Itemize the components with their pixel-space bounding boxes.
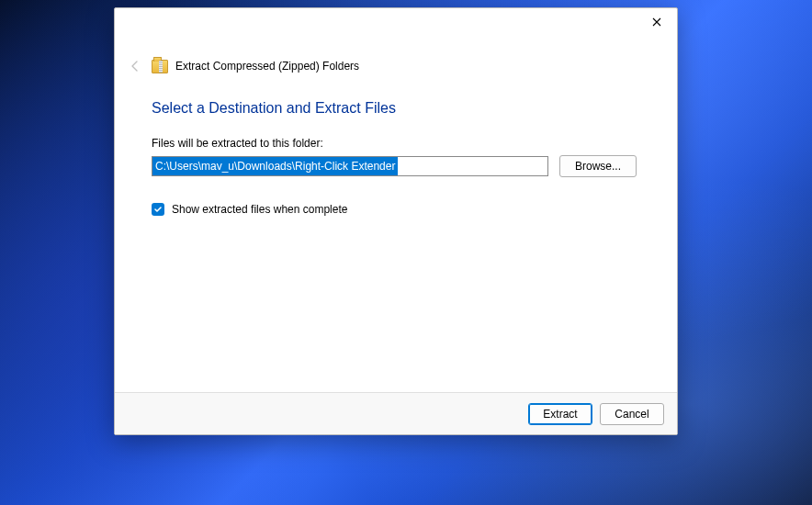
- browse-button[interactable]: Browse...: [559, 155, 637, 177]
- destination-label: Files will be extracted to this folder:: [152, 137, 640, 150]
- destination-row: C:\Users\mav_u\Downloads\Right-Click Ext…: [152, 155, 640, 177]
- extract-dialog: Extract Compressed (Zipped) Folders Sele…: [114, 7, 678, 435]
- checkmark-icon: [153, 205, 163, 214]
- dialog-titlebar: [115, 8, 677, 49]
- zip-folder-icon: [152, 60, 168, 73]
- extract-button[interactable]: Extract: [528, 403, 592, 425]
- show-files-checkbox-label[interactable]: Show extracted files when complete: [172, 203, 347, 216]
- close-icon: [652, 17, 661, 27]
- destination-input-wrap: C:\Users\mav_u\Downloads\Right-Click Ext…: [152, 156, 548, 176]
- dialog-body: Select a Destination and Extract Files F…: [115, 84, 677, 392]
- dialog-heading: Select a Destination and Extract Files: [152, 100, 640, 117]
- back-button: [126, 57, 144, 75]
- dialog-title: Extract Compressed (Zipped) Folders: [175, 60, 359, 73]
- show-files-checkbox-row: Show extracted files when complete: [152, 203, 640, 216]
- destination-input[interactable]: [152, 156, 548, 176]
- cancel-button[interactable]: Cancel: [600, 403, 664, 425]
- dialog-header: Extract Compressed (Zipped) Folders: [115, 49, 677, 84]
- dialog-footer: Extract Cancel: [115, 392, 677, 434]
- show-files-checkbox[interactable]: [152, 203, 164, 216]
- back-arrow-icon: [128, 59, 142, 73]
- close-button[interactable]: [636, 8, 677, 36]
